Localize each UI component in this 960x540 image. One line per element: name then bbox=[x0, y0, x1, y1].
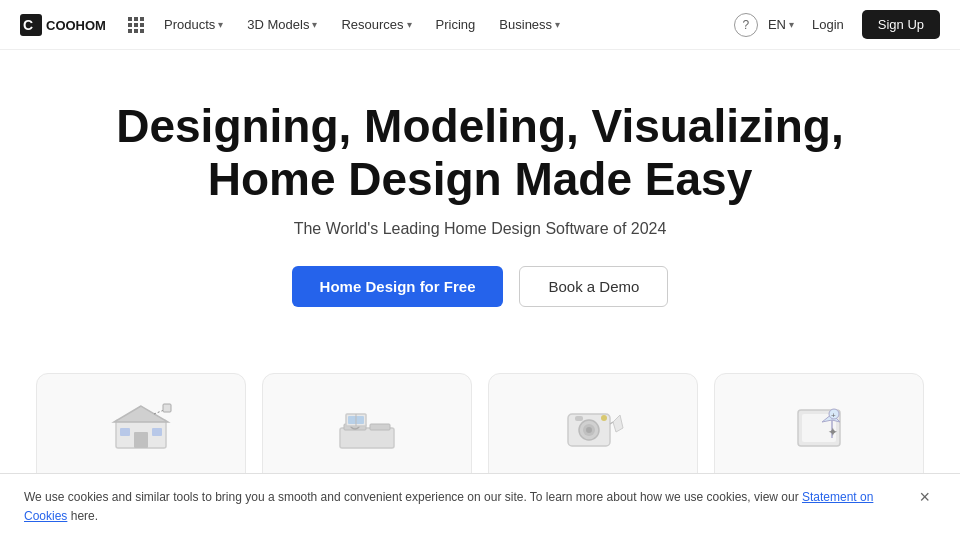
nav-item-business[interactable]: Business ▾ bbox=[489, 11, 570, 38]
svg-rect-3 bbox=[128, 17, 132, 21]
svg-rect-9 bbox=[128, 29, 132, 33]
chevron-down-icon: ▾ bbox=[218, 19, 223, 30]
svg-point-32 bbox=[601, 415, 607, 421]
nav-item-3d-models[interactable]: 3D Models ▾ bbox=[237, 11, 327, 38]
svg-text:C: C bbox=[23, 17, 33, 33]
svg-rect-5 bbox=[140, 17, 144, 21]
hero-buttons: Home Design for Free Book a Demo bbox=[20, 266, 940, 307]
ai-home-design-icon: ✦ + bbox=[784, 398, 854, 458]
svg-rect-10 bbox=[134, 29, 138, 33]
svg-rect-18 bbox=[163, 404, 171, 412]
3d-home-design-icon bbox=[106, 398, 176, 458]
nav-right: ? EN ▾ Login Sign Up bbox=[734, 10, 940, 39]
photo-studio-icon bbox=[558, 398, 628, 458]
svg-rect-31 bbox=[575, 416, 583, 421]
chevron-down-icon: ▾ bbox=[789, 19, 794, 30]
svg-rect-15 bbox=[120, 428, 130, 436]
kitchen-bath-icon bbox=[332, 398, 402, 458]
logo[interactable]: C COOHOM bbox=[20, 14, 110, 36]
book-demo-button[interactable]: Book a Demo bbox=[519, 266, 668, 307]
hero-title: Designing, Modeling, Visualizing, Home D… bbox=[20, 100, 940, 206]
svg-point-30 bbox=[586, 427, 592, 433]
svg-rect-8 bbox=[140, 23, 144, 27]
help-button[interactable]: ? bbox=[734, 13, 758, 37]
svg-rect-16 bbox=[152, 428, 162, 436]
svg-rect-19 bbox=[340, 428, 394, 448]
chevron-down-icon: ▾ bbox=[555, 19, 560, 30]
svg-marker-13 bbox=[114, 406, 168, 422]
grid-icon[interactable] bbox=[128, 17, 144, 33]
svg-rect-21 bbox=[370, 424, 390, 430]
home-design-button[interactable]: Home Design for Free bbox=[292, 266, 504, 307]
language-selector[interactable]: EN ▾ bbox=[768, 17, 794, 32]
hero-subtitle: The World's Leading Home Design Software… bbox=[20, 220, 940, 238]
svg-text:+: + bbox=[831, 411, 836, 420]
navbar: C COOHOM Products ▾ 3D Models ▾ Resource… bbox=[0, 0, 960, 50]
cookie-banner: We use cookies and similar tools to brin… bbox=[0, 473, 960, 540]
nav-item-products[interactable]: Products ▾ bbox=[154, 11, 233, 38]
hero-section: Designing, Modeling, Visualizing, Home D… bbox=[0, 50, 960, 373]
signup-button[interactable]: Sign Up bbox=[862, 10, 940, 39]
login-button[interactable]: Login bbox=[804, 12, 852, 37]
svg-text:COOHOM: COOHOM bbox=[46, 18, 106, 33]
svg-rect-6 bbox=[128, 23, 132, 27]
nav-item-pricing[interactable]: Pricing bbox=[426, 11, 486, 38]
cookie-close-button[interactable]: × bbox=[913, 488, 936, 506]
chevron-down-icon: ▾ bbox=[407, 19, 412, 30]
cookie-text: We use cookies and similar tools to brin… bbox=[24, 488, 884, 526]
nav-item-resources[interactable]: Resources ▾ bbox=[331, 11, 421, 38]
nav-menu: Products ▾ 3D Models ▾ Resources ▾ Prici… bbox=[154, 11, 734, 38]
svg-rect-4 bbox=[134, 17, 138, 21]
svg-rect-11 bbox=[140, 29, 144, 33]
svg-rect-7 bbox=[134, 23, 138, 27]
svg-text:✦: ✦ bbox=[828, 426, 837, 438]
chevron-down-icon: ▾ bbox=[312, 19, 317, 30]
svg-rect-14 bbox=[134, 432, 148, 448]
